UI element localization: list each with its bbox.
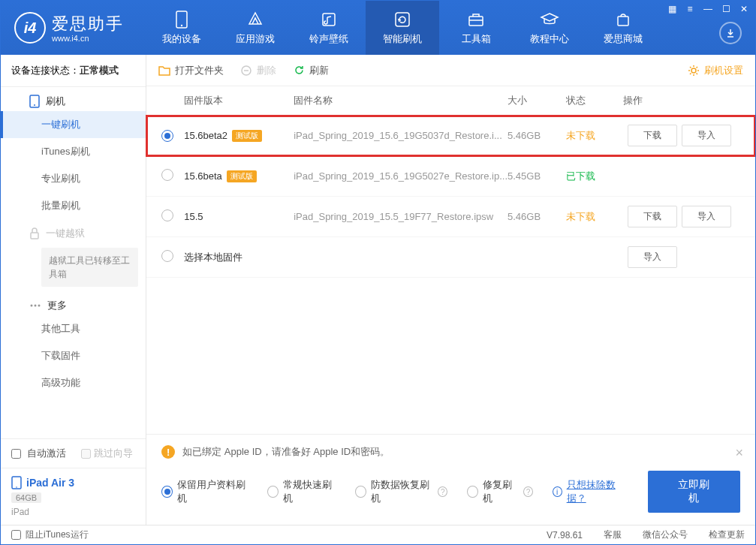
logo: i4 爱思助手 www.i4.cn — [1, 12, 137, 44]
close-icon[interactable]: ✕ — [737, 4, 751, 14]
device-storage: 64GB — [11, 492, 41, 503]
folder-icon — [158, 65, 170, 77]
fw-version: 15.6beta2测试版 — [184, 130, 294, 142]
row-radio[interactable] — [161, 130, 173, 142]
more-icon — [29, 303, 41, 308]
alert-row: ! 如已绑定 Apple ID，请准备好 Apple ID和密码。 — [161, 445, 740, 459]
help-icon[interactable]: ? — [523, 486, 533, 497]
row-radio[interactable] — [161, 250, 173, 262]
toolbar-settings[interactable]: 刷机设置 — [688, 64, 743, 77]
radio-icon — [161, 486, 173, 498]
refresh-icon — [393, 10, 412, 29]
sidebar-group-flash[interactable]: 刷机 — [1, 87, 146, 111]
opt-keep-data[interactable]: 保留用户资料刷机 — [161, 478, 248, 505]
col-name: 固件名称 — [294, 94, 508, 107]
sidebar-item-pro-flash[interactable]: 专业刷机 — [1, 165, 146, 192]
help-icon[interactable]: ? — [438, 486, 447, 497]
table-row[interactable]: 15.5iPad_Spring_2019_15.5_19F77_Restore.… — [146, 197, 755, 237]
alert-icon: ! — [161, 445, 175, 459]
music-icon — [319, 10, 339, 29]
nav-ringtones-wallpapers[interactable]: 铃声壁纸 — [292, 1, 366, 55]
sidebar-item-advanced[interactable]: 高级功能 — [1, 369, 146, 396]
device-name: iPad Air 3 — [11, 476, 135, 489]
download-circle-icon[interactable] — [719, 22, 742, 44]
maximize-icon[interactable]: ☐ — [719, 4, 733, 14]
fw-version: 15.6beta测试版 — [184, 170, 294, 182]
fw-version: 选择本地固件 — [184, 251, 294, 264]
opt-repair-flash[interactable]: 修复刷机? — [467, 478, 533, 505]
fw-size: 5.46GB — [508, 130, 566, 141]
erase-info: i只想抹除数据？ — [553, 478, 628, 505]
sidebar-group-more[interactable]: 更多 — [1, 291, 146, 315]
import-button[interactable]: 导入 — [682, 206, 731, 227]
close-alert-icon[interactable]: × — [735, 445, 743, 461]
sidebar-group-jailbreak: 一键越狱 — [1, 219, 146, 243]
toolbar-delete: 删除 — [240, 64, 276, 77]
toolbar-refresh[interactable]: 刷新 — [293, 64, 329, 77]
row-radio[interactable] — [161, 209, 173, 221]
bottom-panel: ! 如已绑定 Apple ID，请准备好 Apple ID和密码。 × 保留用户… — [146, 434, 755, 525]
table-header: 固件版本 固件名称 大小 状态 操作 — [146, 86, 755, 116]
fw-size: 5.46GB — [508, 211, 566, 222]
erase-link[interactable]: 只想抹除数据？ — [567, 478, 628, 505]
block-itunes-checkbox[interactable] — [11, 530, 21, 540]
auto-activate-checkbox[interactable] — [11, 449, 21, 459]
bag-icon — [613, 10, 633, 29]
menu-icon[interactable]: ≡ — [683, 4, 697, 14]
sidebar-item-download-fw[interactable]: 下载固件 — [1, 342, 146, 369]
download-button[interactable]: 下载 — [628, 206, 677, 227]
sidebar-item-batch-flash[interactable]: 批量刷机 — [1, 192, 146, 219]
svg-point-13 — [16, 486, 17, 488]
nav-toolbox[interactable]: 工具箱 — [439, 1, 513, 55]
jailbreak-note: 越狱工具已转移至工具箱 — [41, 248, 138, 287]
info-icon: i — [553, 486, 562, 497]
minimize-icon[interactable]: — — [701, 4, 715, 14]
grid-icon[interactable]: ▦ — [665, 4, 679, 14]
opt-anti-recovery[interactable]: 防数据恢复刷机? — [355, 478, 447, 505]
import-button[interactable]: 导入 — [628, 246, 677, 268]
apps-icon — [245, 10, 265, 29]
footer-wechat[interactable]: 微信公众号 — [643, 528, 688, 541]
app-version: V7.98.61 — [547, 530, 583, 540]
opt-normal-flash[interactable]: 常规快速刷机 — [267, 478, 336, 505]
nav-apps-games[interactable]: 应用游戏 — [218, 1, 292, 55]
device-status: 设备连接状态：正常模式 — [1, 55, 146, 87]
sidebar: 设备连接状态：正常模式 刷机 一键刷机 iTunes刷机 专业刷机 批量刷机 一… — [1, 55, 146, 525]
toolbox-icon — [466, 10, 486, 29]
phone-icon — [172, 10, 191, 29]
device-type: iPad — [11, 507, 135, 517]
block-itunes-row[interactable]: 阻止iTunes运行 — [11, 528, 89, 541]
footer-service[interactable]: 客服 — [604, 528, 622, 541]
footer-check-update[interactable]: 检查更新 — [709, 528, 745, 541]
beta-badge: 测试版 — [227, 170, 257, 182]
sidebar-item-itunes-flash[interactable]: iTunes刷机 — [1, 138, 146, 165]
nav-tutorials[interactable]: 教程中心 — [513, 1, 586, 55]
fw-filename: iPad_Spring_2019_15.5_19F77_Restore.ipsw — [294, 211, 508, 222]
sidebar-item-other-tools[interactable]: 其他工具 — [1, 315, 146, 342]
device-info: iPad Air 3 64GB iPad — [1, 468, 146, 525]
svg-rect-5 — [618, 17, 628, 26]
toolbar-open-folder[interactable]: 打开文件夹 — [158, 64, 224, 77]
table-row[interactable]: 选择本地固件导入 — [146, 237, 755, 278]
fw-filename: iPad_Spring_2019_15.6_19G5027e_Restore.i… — [294, 170, 508, 182]
firmware-table: 固件版本 固件名称 大小 状态 操作 15.6beta2测试版iPad_Spri… — [146, 86, 755, 434]
toolbar: 打开文件夹 删除 刷新 刷机设置 — [146, 55, 755, 86]
table-row[interactable]: 15.6beta2测试版iPad_Spring_2019_15.6_19G503… — [146, 116, 755, 156]
flash-now-button[interactable]: 立即刷机 — [648, 471, 740, 513]
download-button[interactable]: 下载 — [628, 125, 677, 146]
nav-store[interactable]: 爱思商城 — [586, 1, 660, 55]
fw-actions: 导入 — [623, 246, 740, 268]
table-row[interactable]: 15.6beta测试版iPad_Spring_2019_15.6_19G5027… — [146, 156, 755, 197]
nav-my-device[interactable]: 我的设备 — [145, 1, 218, 55]
row-radio[interactable] — [161, 169, 173, 181]
import-button[interactable]: 导入 — [682, 125, 731, 146]
fw-status: 已下载 — [566, 170, 623, 183]
footer: 阻止iTunes运行 V7.98.61 客服 微信公众号 检查更新 — [1, 525, 755, 544]
graduation-icon — [540, 10, 559, 29]
lock-icon — [29, 227, 40, 239]
sidebar-item-oneclick-flash[interactable]: 一键刷机 — [1, 111, 146, 138]
logo-subtitle: www.i4.cn — [52, 34, 124, 43]
radio-icon — [267, 486, 279, 498]
nav-smart-flash[interactable]: 智能刷机 — [366, 1, 439, 55]
logo-icon: i4 — [14, 12, 46, 44]
